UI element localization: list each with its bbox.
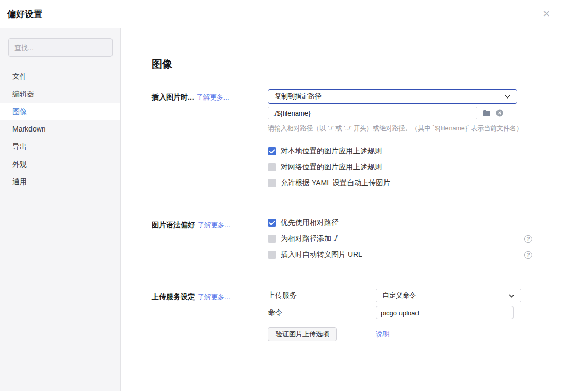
syntax-learn-more-link[interactable]: 了解更多... — [198, 221, 230, 229]
checkbox-box[interactable] — [268, 147, 276, 155]
checkbox-label: 优先使用相对路径 — [281, 218, 339, 227]
clear-path-icon[interactable] — [496, 109, 503, 117]
sidebar-nav: 文件 编辑器 图像 Markdown 导出 外观 通用 — [0, 68, 120, 190]
checkbox-label: 允许根据 YAML 设置自动上传图片 — [281, 178, 390, 188]
checkbox-label: 为相对路径添加 ./ — [281, 234, 338, 243]
insert-action-select-value: 复制到指定路径 — [275, 92, 322, 101]
sidebar: 文件 编辑器 图像 Markdown 导出 外观 通用 — [0, 28, 121, 391]
checkbox-box[interactable] — [268, 219, 276, 227]
checkbox-label: 对本地位置的图片应用上述规则 — [281, 146, 382, 156]
close-icon[interactable]: × — [543, 8, 550, 20]
checkbox-apply-online-images[interactable]: 对网络位置的图片应用上述规则 — [268, 162, 532, 172]
upload-doc-link[interactable]: 说明 — [376, 330, 390, 339]
validate-row: 验证图片上传选项 说明 — [268, 327, 532, 341]
sidebar-item-file[interactable]: 文件 — [0, 68, 120, 85]
dialog-header: 偏好设置 × — [0, 0, 561, 28]
help-icon[interactable]: ? — [524, 235, 532, 243]
copy-path-row — [268, 107, 532, 119]
upload-learn-more-link[interactable]: 了解更多... — [198, 293, 230, 301]
page-title: 图像 — [152, 57, 561, 71]
checkbox-box[interactable] — [268, 251, 276, 259]
chevron-down-icon — [505, 95, 510, 99]
settings-panel: 图像 插入图片时...了解更多... 复制到指定路径 — [121, 28, 561, 391]
checkbox-apply-local-images[interactable]: 对本地位置的图片应用上述规则 — [268, 146, 532, 156]
section-insert-controls: 复制到指定路径 请输入相对路径（以 './' 或 '../' 开头）或绝对路径。… — [268, 89, 532, 194]
section-upload-label-col: 上传服务设定了解更多... — [152, 289, 268, 341]
folder-browse-icon[interactable] — [483, 110, 491, 117]
upload-service-row: 上传服务 自定义命令 — [268, 289, 532, 302]
checkbox-auto-escape-url[interactable]: 插入时自动转义图片 URL ? — [268, 250, 532, 259]
checkbox-label: 插入时自动转义图片 URL — [281, 250, 362, 259]
checkbox-label: 对网络位置的图片应用上述规则 — [281, 162, 382, 172]
upload-service-select[interactable]: 自定义命令 — [376, 289, 521, 302]
dialog-body: 文件 编辑器 图像 Markdown 导出 外观 通用 图像 插入图片时...了… — [0, 28, 561, 391]
command-label: 命令 — [268, 308, 376, 317]
validate-button-cell: 验证图片上传选项 — [268, 327, 376, 341]
section-syntax-label-col: 图片语法偏好了解更多... — [152, 217, 268, 266]
section-image-syntax: 图片语法偏好了解更多... 优先使用相对路径 为相对路径添加 ./ ? — [152, 217, 561, 266]
section-syntax-title: 图片语法偏好 — [152, 221, 195, 229]
insert-action-select[interactable]: 复制到指定路径 — [268, 89, 517, 104]
section-insert-image: 插入图片时...了解更多... 复制到指定路径 — [152, 89, 561, 194]
upload-service-label: 上传服务 — [268, 291, 376, 300]
help-icon[interactable]: ? — [524, 251, 532, 259]
section-syntax-controls: 优先使用相对路径 为相对路径添加 ./ ? 插入时自动转义图片 URL ? — [268, 217, 532, 266]
sidebar-item-editor[interactable]: 编辑器 — [0, 85, 120, 103]
sidebar-item-markdown[interactable]: Markdown — [0, 120, 120, 138]
checkbox-add-dot-slash[interactable]: 为相对路径添加 ./ ? — [268, 234, 532, 243]
checkbox-yaml-auto-upload[interactable]: 允许根据 YAML 设置自动上传图片 — [268, 178, 532, 188]
command-input[interactable] — [376, 306, 514, 319]
sidebar-item-export[interactable]: 导出 — [0, 138, 120, 155]
sidebar-item-general[interactable]: 通用 — [0, 173, 120, 190]
section-upload-service: 上传服务设定了解更多... 上传服务 自定义命令 命令 — [152, 289, 561, 341]
sidebar-item-appearance[interactable]: 外观 — [0, 155, 120, 173]
checkbox-box[interactable] — [268, 163, 276, 171]
validate-upload-button[interactable]: 验证图片上传选项 — [268, 327, 337, 341]
copy-path-input[interactable] — [268, 107, 477, 119]
section-upload-title: 上传服务设定 — [152, 292, 195, 301]
checkbox-box[interactable] — [268, 179, 276, 187]
insert-checkbox-group: 对本地位置的图片应用上述规则 对网络位置的图片应用上述规则 允许根据 YAML … — [268, 146, 532, 188]
dialog-title: 偏好设置 — [7, 8, 42, 20]
syntax-checkbox-group: 优先使用相对路径 为相对路径添加 ./ ? 插入时自动转义图片 URL ? — [268, 218, 532, 259]
section-insert-title: 插入图片时... — [152, 93, 194, 101]
checkbox-box[interactable] — [268, 235, 276, 243]
chevron-down-icon — [509, 294, 515, 298]
search-input[interactable] — [8, 38, 113, 57]
checkbox-prefer-relative-path[interactable]: 优先使用相对路径 — [268, 218, 532, 227]
command-row: 命令 — [268, 306, 532, 319]
sidebar-item-image[interactable]: 图像 — [0, 103, 120, 120]
section-insert-label-col: 插入图片时...了解更多... — [152, 89, 268, 194]
upload-service-select-value: 自定义命令 — [382, 291, 416, 300]
insert-learn-more-link[interactable]: 了解更多... — [197, 93, 229, 101]
path-hint-text: 请输入相对路径（以 './' 或 '../' 开头）或绝对路径。（其中 `${f… — [268, 124, 532, 133]
section-upload-controls: 上传服务 自定义命令 命令 验证图片上传选项 说 — [268, 289, 532, 341]
